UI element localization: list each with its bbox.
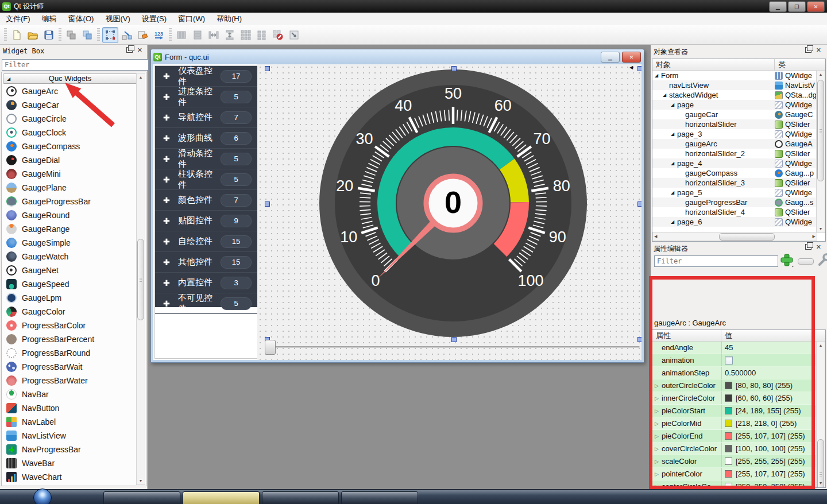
minimize-button[interactable]: ▁	[769, 1, 787, 12]
taskbar-app-button[interactable]	[341, 491, 418, 504]
layout-form-icon[interactable]	[254, 28, 269, 42]
scroll-down-icon[interactable]: ▼	[137, 477, 145, 484]
float-panel-icon[interactable]	[126, 47, 133, 53]
nav-item-4[interactable]: ✚滑动条控件5	[155, 149, 257, 169]
nav-item-10[interactable]: ✚内置控件3	[155, 273, 257, 293]
nav-item-7[interactable]: ✚贴图控件9	[155, 211, 257, 231]
widget-item-GaugeNet[interactable]: GaugeNet	[3, 263, 136, 277]
nav-item-6[interactable]: ✚颜色控件7	[155, 190, 257, 211]
widget-item-NavBar[interactable]: NavBar	[3, 387, 136, 401]
tree-row-navListView[interactable]: navListViewNavListV	[652, 80, 825, 90]
scroll-up-icon[interactable]: ▲	[137, 73, 145, 81]
object-tree-hscrollbar[interactable]: ◀ ▶	[652, 232, 817, 241]
splitter-horizontal-icon[interactable]	[206, 28, 221, 42]
adjust-size-icon[interactable]	[287, 28, 302, 42]
tree-row-page_4[interactable]: ◢page_4QWidge	[652, 158, 825, 168]
widget-item-ProgressBarRound[interactable]: ProgressBarRound	[3, 346, 136, 360]
tree-row-horizontalSlider_2[interactable]: horizontalSlider_2QSlider	[652, 149, 825, 158]
widget-item-NavButton[interactable]: NavButton	[3, 401, 136, 415]
widget-item-GaugeSpeed[interactable]: GaugeSpeed	[3, 277, 136, 291]
widget-item-GaugeColor[interactable]: GaugeColor	[3, 305, 136, 319]
close-button[interactable]: ✕	[807, 1, 825, 12]
tree-row-horizontalSlider_4[interactable]: horizontalSlider_4QSlider	[652, 207, 825, 217]
nav-item-0[interactable]: ✚仪表盘控件17	[155, 66, 257, 87]
scroll-up-icon[interactable]: ▲	[817, 71, 825, 78]
edit-widgets-icon[interactable]	[102, 27, 118, 43]
nav-item-2[interactable]: ✚导航控件7	[155, 107, 257, 128]
widget-item-NavProgressBar[interactable]: NavProgressBar	[3, 443, 136, 456]
open-file-icon[interactable]	[25, 28, 40, 42]
widget-item-WaveChart[interactable]: WaveChart	[3, 470, 136, 484]
selection-handle[interactable]	[451, 337, 457, 342]
widget-item-ProgressBarColor[interactable]: ProgressBarColor	[3, 319, 136, 332]
column-class[interactable]: 类	[775, 59, 789, 70]
configure-icon[interactable]	[816, 252, 827, 270]
menu-item-1[interactable]: 编辑	[36, 13, 63, 25]
menu-item-3[interactable]: 视图(V)	[99, 13, 136, 25]
nav-item-8[interactable]: ✚自绘控件15	[155, 231, 257, 252]
widget-item-GaugeSimple[interactable]: GaugeSimple	[3, 236, 136, 250]
tree-row-gaugeArc[interactable]: gaugeArcGaugeA	[652, 139, 825, 149]
column-object[interactable]: 对象	[652, 59, 775, 70]
expand-icon[interactable]: ◢	[655, 73, 661, 78]
restore-button[interactable]: ❐	[788, 1, 806, 12]
property-vscrollbar[interactable]: ▲ ▼	[816, 341, 825, 487]
widget-item-GaugeRound[interactable]: GaugeRound	[3, 208, 136, 222]
widget-item-GaugeProgressBar[interactable]: GaugeProgressBar	[3, 195, 136, 208]
scroll-right-icon[interactable]: ▶	[813, 234, 816, 239]
widget-item-GaugeArc[interactable]: GaugeArc	[3, 84, 136, 98]
tree-row-page_3[interactable]: ◢page_3QWidge	[652, 129, 825, 139]
float-panel-icon[interactable]	[805, 47, 811, 53]
selection-handle[interactable]	[637, 337, 641, 342]
layout-vertical-icon[interactable]	[190, 28, 205, 42]
widget-item-GaugeClock[interactable]: GaugeClock	[3, 126, 136, 139]
scrollbar-thumb[interactable]	[817, 80, 824, 181]
layout-horizontal-icon[interactable]	[174, 28, 189, 42]
widget-item-ProgressBarPercent[interactable]: ProgressBarPercent	[3, 332, 136, 346]
widget-item-GaugeLpm[interactable]: GaugeLpm	[3, 291, 136, 305]
add-dynamic-property-button[interactable]	[778, 253, 795, 270]
close-panel-icon[interactable]: ✕	[816, 244, 821, 250]
scroll-up-icon[interactable]: ▲	[817, 342, 825, 349]
tree-row-gaugeCompass[interactable]: gaugeCompassGaug...p	[652, 168, 825, 178]
edit-tab-order-icon[interactable]: 123	[152, 28, 167, 42]
horizontal-slider-handle[interactable]	[265, 340, 276, 355]
tree-row-horizontalSlider_3[interactable]: horizontalSlider_3QSlider	[652, 178, 825, 188]
tree-row-page[interactable]: ◢pageQWidge	[652, 100, 825, 110]
expand-icon[interactable]: ◢	[671, 219, 677, 224]
break-layout-icon[interactable]	[270, 28, 285, 42]
taskbar-app-button[interactable]	[103, 491, 180, 504]
quc-widgets-group-header[interactable]: ◢ Quc Widgets	[3, 73, 137, 84]
expand-icon[interactable]: ◢	[671, 102, 677, 107]
tree-row-page_5[interactable]: ◢page_5QWidge	[652, 188, 825, 197]
nav-item-11[interactable]: ✚不可见控件5	[155, 293, 257, 314]
save-file-icon[interactable]	[41, 28, 56, 42]
tree-row-gaugeProgressBar[interactable]: gaugeProgressBarGaug...s	[652, 197, 825, 207]
expand-icon[interactable]: ◢	[671, 131, 677, 137]
float-panel-icon[interactable]	[805, 244, 811, 250]
form-close-button[interactable]: ✕	[622, 52, 641, 63]
property-filter-input[interactable]	[654, 255, 778, 267]
menu-item-6[interactable]: 帮助(H)	[211, 13, 248, 25]
widget-item-GaugeRange[interactable]: GaugeRange	[3, 222, 136, 236]
widget-item-GaugeDial[interactable]: GaugeDial	[3, 153, 136, 167]
tree-row-page_6[interactable]: ◢page_6QWidge	[652, 217, 825, 227]
selection-handle[interactable]	[637, 201, 641, 207]
menu-item-4[interactable]: 设置(S)	[136, 13, 172, 25]
widget-item-GaugeCar[interactable]: GaugeCar	[3, 98, 136, 112]
selection-handle[interactable]	[265, 201, 270, 207]
layout-grid-icon[interactable]	[238, 28, 253, 42]
selection-handle[interactable]	[265, 66, 270, 71]
expand-icon[interactable]: ◢	[671, 190, 677, 195]
overlap-squares-gray-icon[interactable]	[64, 28, 79, 42]
edit-signals-slots-icon[interactable]	[119, 28, 134, 42]
remove-property-button[interactable]	[798, 258, 814, 265]
widget-item-GaugeCircle[interactable]: GaugeCircle	[3, 112, 136, 126]
expand-icon[interactable]: ◢	[663, 92, 669, 98]
scroll-left-icon[interactable]: ◀	[654, 234, 657, 239]
splitter-vertical-icon[interactable]	[222, 28, 237, 42]
close-panel-icon[interactable]: ✕	[137, 47, 142, 53]
scrollbar-thumb[interactable]	[137, 239, 144, 320]
tree-row-horizontalSlider[interactable]: horizontalSliderQSlider	[652, 119, 825, 129]
start-button[interactable]	[33, 489, 52, 504]
